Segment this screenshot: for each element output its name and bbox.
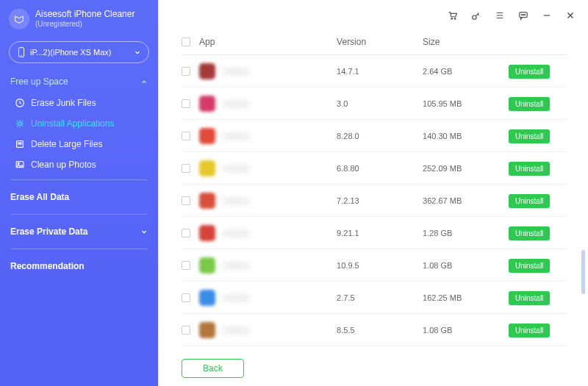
app-size: 105.95 MB: [423, 99, 509, 108]
app-icon: [199, 63, 215, 79]
uninstall-button[interactable]: Uninstall: [509, 194, 550, 208]
uninstall-button[interactable]: Uninstall: [509, 129, 550, 143]
svg-point-11: [521, 15, 522, 15]
row-checkbox[interactable]: [182, 229, 190, 237]
table-row[interactable]: ——— 7.2.13 362.67 MB Uninstall: [182, 185, 567, 217]
titlebar: [158, 0, 588, 31]
sidebar-item-uninstall-apps[interactable]: Uninstall Applications: [0, 113, 158, 134]
uninstall-button[interactable]: Uninstall: [509, 226, 550, 240]
app-version: 6.8.80: [337, 164, 423, 173]
col-size[interactable]: Size: [423, 37, 509, 47]
row-checkbox[interactable]: [182, 164, 190, 173]
svg-point-6: [18, 162, 19, 164]
app-name: ———: [223, 99, 249, 109]
divider: [10, 214, 148, 215]
app-name: ———: [223, 228, 249, 238]
uninstall-button[interactable]: Uninstall: [509, 291, 550, 305]
app-size: 162.25 MB: [423, 293, 509, 302]
row-checkbox[interactable]: [182, 326, 190, 335]
sidebar-item-delete-large[interactable]: Delete Large Files: [0, 134, 158, 154]
sidebar-item-clean-photos[interactable]: Clean up Photos: [0, 154, 158, 175]
file-icon: [15, 139, 25, 149]
svg-point-3: [18, 122, 21, 125]
sidebar-item-label: Erase Junk Files: [31, 98, 96, 108]
key-icon[interactable]: [470, 10, 482, 21]
row-checkbox[interactable]: [182, 132, 190, 140]
app-name: ———: [223, 131, 249, 141]
app-name: ———: [223, 325, 249, 335]
image-icon: [15, 160, 25, 170]
uninstall-button[interactable]: Uninstall: [509, 259, 550, 273]
app-icon: [199, 225, 215, 241]
svg-point-13: [525, 15, 526, 15]
minimize-icon[interactable]: [541, 10, 553, 21]
app-name: ———: [223, 66, 249, 76]
phone-icon: [17, 47, 26, 57]
brand-title: Aiseesoft iPhone Cleaner: [35, 10, 135, 20]
table-row[interactable]: ——— 8.28.0 140.30 MB Uninstall: [182, 120, 567, 152]
uninstall-button[interactable]: Uninstall: [509, 65, 550, 79]
table-row[interactable]: ——— 10.9.5 1.08 GB Uninstall: [182, 249, 567, 282]
app-list[interactable]: ——— 14.7.1 2.64 GB Uninstall ——— 3.0 105…: [182, 55, 567, 351]
app-size: 140.30 MB: [423, 132, 509, 140]
row-checkbox[interactable]: [182, 293, 190, 302]
row-checkbox[interactable]: [182, 261, 190, 270]
back-button[interactable]: Back: [182, 359, 244, 378]
uninstall-button[interactable]: Uninstall: [509, 162, 550, 176]
app-version: 8.5.5: [337, 326, 423, 335]
app-icon: [199, 193, 215, 209]
chevron-down-icon: [134, 49, 141, 56]
table-row[interactable]: ——— 3.0 105.95 MB Uninstall: [182, 87, 567, 120]
app-size: 252.09 MB: [423, 164, 509, 173]
app-name: ———: [223, 293, 249, 303]
nav-free-up-space[interactable]: Free up Space: [0, 71, 158, 93]
uninstall-button[interactable]: Uninstall: [509, 97, 550, 111]
app-name: ———: [223, 196, 249, 206]
uninstall-button[interactable]: Uninstall: [509, 324, 550, 337]
table-row[interactable]: ——— 9.21.1 1.28 GB Uninstall: [182, 217, 567, 249]
brand-icon: [9, 9, 29, 29]
table-row[interactable]: ——— 8.5.5 1.08 GB Uninstall: [182, 314, 567, 346]
row-checkbox[interactable]: [182, 99, 190, 108]
divider: [10, 179, 148, 180]
row-checkbox[interactable]: [182, 196, 190, 205]
cart-icon[interactable]: [447, 10, 459, 21]
sidebar-item-label: Clean up Photos: [31, 160, 96, 170]
app-icon: [199, 322, 215, 338]
app-icon: [199, 128, 215, 144]
app-version: 2.7.5: [337, 293, 423, 302]
app-name: ———: [223, 260, 249, 271]
close-icon[interactable]: [564, 10, 576, 21]
table-row[interactable]: ——— 6.8.80 252.09 MB Uninstall: [182, 152, 567, 185]
sidebar-item-erase-junk[interactable]: Erase Junk Files: [0, 93, 158, 113]
gear-icon: [15, 118, 25, 129]
nav-erase-private-data[interactable]: Erase Private Data: [0, 219, 158, 244]
app-size: 1.08 GB: [423, 326, 509, 335]
sidebar: Aiseesoft iPhone Cleaner (Unregistered) …: [0, 0, 158, 386]
menu-icon[interactable]: [494, 10, 506, 21]
app-version: 8.28.0: [337, 132, 423, 140]
divider: [10, 249, 148, 249]
sidebar-item-label: Uninstall Applications: [31, 118, 114, 129]
app-icon: [199, 257, 215, 274]
table-row[interactable]: ——— 14.7.1 2.64 GB Uninstall: [182, 55, 567, 87]
select-all-checkbox[interactable]: [182, 37, 190, 46]
app-name: ———: [223, 163, 249, 174]
row-checkbox[interactable]: [182, 67, 190, 76]
nav-recommendation[interactable]: Recommendation: [0, 254, 158, 279]
scrollbar-thumb[interactable]: [581, 250, 585, 294]
app-version: 7.2.13: [337, 196, 423, 205]
nav-erase-all-data[interactable]: Erase All Data: [0, 185, 158, 210]
device-selector[interactable]: iP...2)(iPhone XS Max): [9, 41, 149, 63]
app-version: 10.9.5: [337, 261, 423, 270]
app-size: 1.08 GB: [423, 261, 509, 270]
brand: Aiseesoft iPhone Cleaner (Unregistered): [0, 6, 158, 37]
table-row[interactable]: ——— 2.7.5 162.25 MB Uninstall: [182, 282, 567, 314]
col-version[interactable]: Version: [337, 37, 423, 47]
footer: Back: [158, 351, 588, 386]
svg-point-1: [21, 55, 21, 56]
feedback-icon[interactable]: [517, 10, 529, 21]
svg-point-12: [523, 15, 523, 15]
svg-point-8: [454, 18, 456, 20]
col-app[interactable]: App: [199, 37, 337, 47]
